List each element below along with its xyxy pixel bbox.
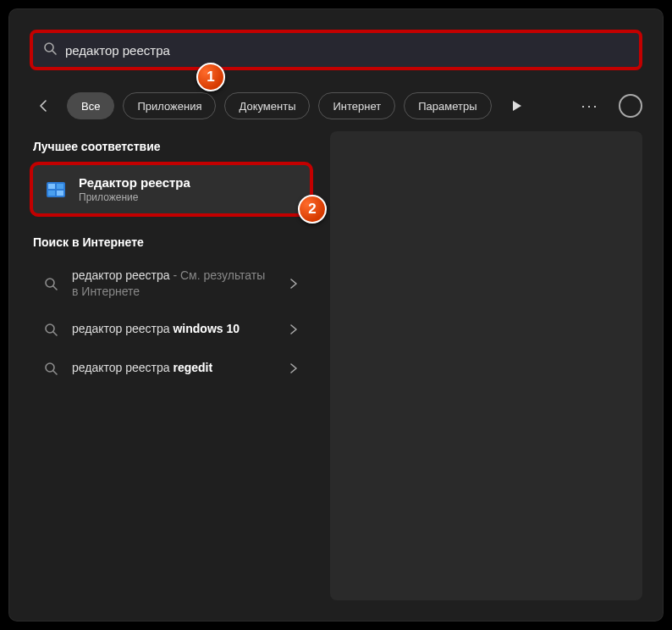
suggestion-text: редактор реестра regedit — [72, 360, 274, 376]
search-icon — [43, 41, 57, 58]
best-match-text: Редактор реестра Приложение — [79, 175, 190, 203]
best-match-heading: Лучшее соответствие — [33, 140, 310, 153]
step-marker-1: 1 — [196, 63, 225, 91]
search-window: Все Приложения Документы Интернет Параме… — [8, 8, 664, 622]
back-button[interactable] — [30, 91, 58, 120]
svg-line-10 — [53, 332, 57, 335]
svg-rect-4 — [57, 184, 63, 189]
web-suggestion[interactable]: редактор реестра regedit — [30, 349, 313, 388]
search-icon — [41, 320, 60, 339]
filter-row: Все Приложения Документы Интернет Параме… — [30, 89, 642, 123]
web-suggestion[interactable]: редактор реестра - См. результаты в Инте… — [30, 257, 313, 310]
chevron-right-icon — [286, 276, 301, 291]
best-match-name: Редактор реестра — [79, 175, 190, 190]
filter-more[interactable] — [500, 92, 534, 119]
search-input[interactable] — [65, 43, 629, 58]
svg-line-12 — [53, 371, 57, 374]
results-column: Лучшее соответствие Редактор реестра При… — [30, 131, 313, 388]
svg-line-1 — [52, 51, 56, 54]
web-suggestion[interactable]: редактор реестра windows 10 — [30, 310, 313, 349]
best-match-type: Приложение — [79, 191, 190, 203]
chevron-right-icon — [286, 361, 301, 376]
step-marker-2: 2 — [298, 195, 327, 224]
svg-rect-5 — [48, 191, 55, 196]
suggestion-text: редактор реестра windows 10 — [72, 321, 274, 337]
filter-documents[interactable]: Документы — [224, 92, 310, 119]
svg-rect-6 — [57, 191, 63, 196]
filter-apps[interactable]: Приложения — [123, 92, 216, 119]
account-circle-icon[interactable] — [619, 94, 642, 118]
filter-settings[interactable]: Параметры — [404, 92, 491, 119]
suggestion-text: редактор реестра - См. результаты в Инте… — [72, 268, 274, 300]
svg-line-8 — [53, 286, 57, 290]
chevron-right-icon — [286, 322, 301, 337]
filter-web[interactable]: Интернет — [318, 92, 395, 119]
search-icon — [41, 274, 60, 293]
best-match-result[interactable]: Редактор реестра Приложение — [30, 162, 313, 217]
filter-all[interactable]: Все — [67, 92, 114, 119]
svg-rect-3 — [48, 184, 55, 189]
search-icon — [41, 359, 60, 378]
web-search-heading: Поиск в Интернете — [33, 235, 310, 249]
search-bar[interactable] — [30, 30, 642, 70]
preview-panel — [330, 131, 642, 600]
more-menu[interactable]: ··· — [576, 92, 603, 119]
regedit-icon — [45, 179, 67, 201]
